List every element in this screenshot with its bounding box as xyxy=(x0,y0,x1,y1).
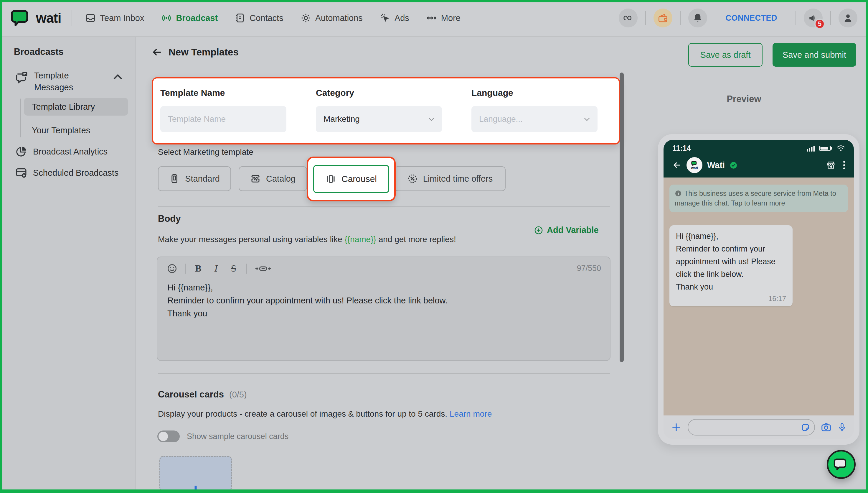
status-icons xyxy=(807,145,845,152)
back-arrow-icon[interactable] xyxy=(152,47,163,58)
nav-item-contacts[interactable]: Contacts xyxy=(235,13,283,23)
nav-item-team-inbox[interactable]: Team Inbox xyxy=(85,13,144,23)
notification-badge: 5 xyxy=(814,19,825,29)
discount-badge-icon xyxy=(407,173,418,184)
chat-body: This business uses a secure service from… xyxy=(664,177,854,415)
contact-name: Wati xyxy=(707,160,725,170)
bold-button[interactable]: B xyxy=(193,263,203,274)
nav-item-automations[interactable]: Automations xyxy=(300,13,363,23)
nav-item-ads[interactable]: Ads xyxy=(380,13,409,23)
chat-back-arrow-icon xyxy=(672,160,682,170)
chat-message-input xyxy=(688,419,815,435)
notifications-button[interactable] xyxy=(688,8,707,27)
add-variable-button[interactable]: Add Variable xyxy=(534,225,599,235)
emoji-icon[interactable] xyxy=(167,263,177,274)
sidebar-item-your-templates[interactable]: Your Templates xyxy=(32,124,90,137)
body-hint: Make your messages personal using variab… xyxy=(158,235,456,244)
nav-item-label: Contacts xyxy=(250,13,283,23)
chat-actions xyxy=(826,160,845,170)
template-type-label: Carousel xyxy=(342,174,377,184)
microphone-icon xyxy=(837,423,847,432)
language-select[interactable]: Language... xyxy=(472,106,597,132)
sidebar-item-label: Template Messages xyxy=(34,70,102,93)
template-name-field[interactable] xyxy=(160,106,287,132)
body-section-title: Body xyxy=(158,213,181,224)
template-name-column: Template Name xyxy=(160,88,287,143)
vertical-scrollbar[interactable] xyxy=(620,72,624,362)
link-icon[interactable] xyxy=(255,263,272,274)
nav-divider xyxy=(72,10,72,26)
verified-badge-icon xyxy=(730,161,737,169)
template-type-catalog[interactable]: Catalog xyxy=(239,166,307,191)
nav-items: Team Inbox Broadcast Contacts Automation… xyxy=(85,13,460,23)
status-bar: 11:14 xyxy=(672,144,845,152)
strikethrough-button[interactable]: S xyxy=(229,263,239,274)
message-body-editor: B I S 97/550 Hi {{name}}, Reminder to co… xyxy=(157,257,611,361)
hint-prefix: Make your messages personal using variab… xyxy=(158,235,344,244)
nav-item-label: Ads xyxy=(394,13,409,23)
add-variable-label: Add Variable xyxy=(547,225,599,235)
sidebar-item-label: Broadcast Analytics xyxy=(33,147,108,156)
scheduled-card-icon xyxy=(15,167,27,179)
message-body-textarea[interactable]: Hi {{name}}, Reminder to confirm your ap… xyxy=(157,276,610,349)
inbox-icon xyxy=(85,13,96,23)
meta-button[interactable] xyxy=(619,8,638,27)
language-column: Language Language... xyxy=(472,88,597,143)
save-and-submit-button[interactable]: Save and submit xyxy=(773,43,856,67)
template-type-limited-time-offers[interactable]: Limited time offers xyxy=(394,166,506,191)
plus-circle-icon xyxy=(534,226,543,235)
carousel-cards-description: Display your products - create a carouse… xyxy=(158,409,492,419)
catalog-ticket-icon xyxy=(250,173,261,184)
template-name-input[interactable] xyxy=(168,114,279,124)
add-carousel-card-placeholder[interactable] xyxy=(159,456,232,491)
storefront-icon xyxy=(826,160,836,170)
sidebar-item-scheduled-broadcasts[interactable]: Scheduled Broadcasts xyxy=(15,167,118,179)
toolbar-divider xyxy=(185,264,186,274)
hint-variable: {{name}} xyxy=(344,235,376,244)
template-type-label: Limited time offers xyxy=(423,174,493,184)
section-divider xyxy=(158,207,610,207)
profile-button[interactable] xyxy=(839,8,858,27)
top-nav: wati Team Inbox Broadcast Contacts xyxy=(0,0,868,37)
toggle-label: Show sample carousel cards xyxy=(187,432,289,441)
italic-button[interactable]: I xyxy=(211,263,221,274)
chevron-up-icon[interactable] xyxy=(111,71,124,84)
sticker-icon xyxy=(801,423,810,432)
category-select[interactable]: Marketing xyxy=(316,106,442,132)
template-type-carousel[interactable]: Carousel xyxy=(313,165,389,193)
nav-item-broadcast[interactable]: Broadcast xyxy=(161,13,218,23)
meta-infinity-icon xyxy=(623,13,634,23)
nav-item-label: More xyxy=(441,13,460,23)
nav-item-more[interactable]: More xyxy=(426,13,460,23)
save-as-draft-button[interactable]: Save as draft xyxy=(688,43,762,67)
template-picker-label: Select Marketing template xyxy=(158,147,253,157)
sidebar: Broadcasts Template Messages Template Li… xyxy=(0,37,136,493)
sidebar-item-template-library[interactable]: Template Library xyxy=(24,98,128,115)
nav-right: CONNECTED 5 xyxy=(619,8,858,27)
announcements-button[interactable]: 5 xyxy=(804,8,823,27)
wallet-icon xyxy=(658,13,668,23)
category-value: Marketing xyxy=(323,114,360,124)
carousel-highlight-annotation: Carousel xyxy=(307,156,396,201)
section-divider xyxy=(158,373,610,374)
status-time: 11:14 xyxy=(672,144,691,152)
sidebar-subtree-line xyxy=(20,99,21,137)
learn-more-link[interactable]: Learn more xyxy=(450,409,492,419)
contact-avatar: wati xyxy=(686,157,702,173)
preview-message-bubble: Hi {{name}}, Reminder to confirm your ap… xyxy=(669,225,793,306)
template-type-standard[interactable]: Standard xyxy=(158,166,231,191)
description-text: Display your products - create a carouse… xyxy=(158,409,447,419)
sidebar-item-template-messages[interactable]: Template Messages xyxy=(15,70,124,93)
nav-item-label: Team Inbox xyxy=(100,13,144,23)
divider xyxy=(680,11,681,25)
show-sample-cards-toggle[interactable] xyxy=(157,430,180,442)
chat-bubble-icon xyxy=(833,457,849,471)
sidebar-item-broadcast-analytics[interactable]: Broadcast Analytics xyxy=(15,146,108,157)
wallet-button[interactable] xyxy=(654,8,672,27)
wati-logo[interactable]: wati xyxy=(10,8,61,27)
template-meta-form: Template Name Category Marketing Languag… xyxy=(152,77,620,145)
avatar-wati-bubble-icon xyxy=(691,161,698,166)
support-chat-widget-button[interactable] xyxy=(827,450,855,479)
sidebar-item-label: Scheduled Broadcasts xyxy=(33,168,118,178)
page-header: New Templates xyxy=(152,47,239,58)
